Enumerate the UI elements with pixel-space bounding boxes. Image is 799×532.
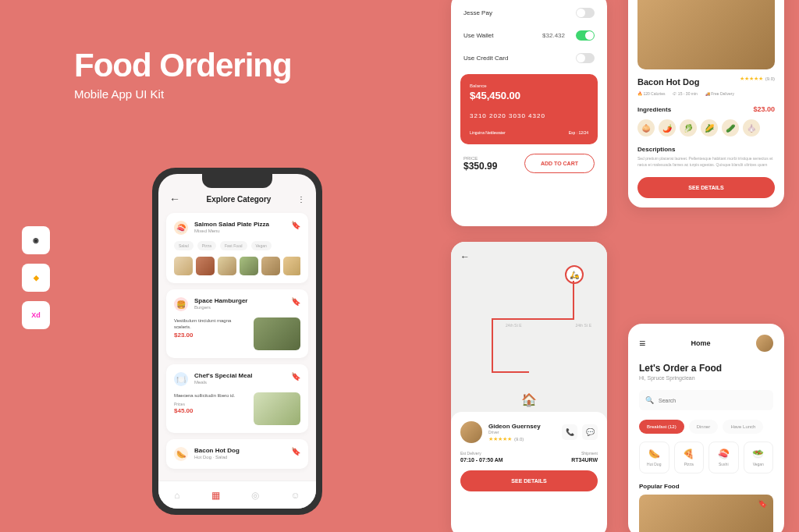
destination-pin-icon[interactable]: 🏠 [521,392,537,407]
food-image [254,317,300,350]
driver-pin-icon[interactable]: 🛵 [565,265,584,284]
filter-pill[interactable]: Have Lunch [723,420,763,434]
user-avatar[interactable] [756,335,773,352]
price-label: Prices [174,402,247,406]
street-label: 24th St E [506,323,522,328]
filter-pill[interactable]: Breakfast (12) [639,420,684,434]
see-details-button[interactable]: SEE DETAILS [460,470,598,491]
screen-title: Explore Category [207,195,272,204]
search-icon: 🔍 [645,396,654,404]
figma-icon: ◉ [22,226,50,254]
card-title: Chef's Special Meal [194,372,252,379]
ingredient-item[interactable]: 🌶️ [659,119,676,137]
hotdog-icon: 🌭 [643,449,666,459]
category-box[interactable]: 🥗Vegan [744,442,774,473]
bookmark-icon[interactable]: 🔖 [291,372,300,381]
food-name: Bacon Hot Dog [637,77,699,87]
tag[interactable]: Salad [174,241,194,250]
filter-pill[interactable]: Dinner [689,420,719,434]
toggle[interactable] [576,30,595,41]
nav-profile-icon[interactable]: ☺ [291,490,300,501]
payment-option-label: Jesse Pay [463,9,492,16]
ingredient-item[interactable]: 🧅 [637,119,655,137]
credit-card[interactable]: Balance $45,450.00 3210 2020 3030 4320 L… [460,74,598,144]
food-thumb[interactable] [218,257,236,275]
ingredient-item[interactable]: 🥒 [722,119,739,137]
card-subtitle: Hot Dog · Salad [194,455,240,459]
card-holder: Linguina Nettlewater [470,130,506,135]
ingredients-price: $23.00 [753,105,775,113]
greeting: Let's Order a Food [639,363,773,374]
card-title: Bacon Hot Dog [194,447,240,454]
toggle[interactable] [576,53,595,63]
ingredient-item[interactable]: 🌽 [701,119,718,137]
ingredient-item[interactable]: 🥬 [680,119,697,137]
chat-icon[interactable]: 💬 [582,424,598,440]
greeting-subtitle: Hi, Spruce Springclean [639,375,773,381]
add-to-cart-button[interactable]: ADD TO CART [524,154,595,173]
food-thumb[interactable] [174,257,193,275]
star-rating-icon: ★★★★★ [488,436,512,442]
category-box[interactable]: 🌭Hot Dog [639,442,669,473]
payment-option-label: Use Credit Card [463,55,508,62]
nav-home-icon[interactable]: ⌂ [174,490,179,501]
see-details-button[interactable]: SEE DETAILS [637,177,775,198]
tag[interactable]: Fast Food [220,241,247,250]
tag[interactable]: Pizza [197,241,216,250]
card-description: Vestibulum tincidunt magna sceleris. [174,317,247,331]
map[interactable]: ← 🛵 🏠 24th St E 24th St E [451,242,607,421]
food-icon: 🌭 [174,447,188,461]
search-field[interactable] [659,398,767,403]
category-box[interactable]: 🍕Pizza [674,442,705,473]
bookmark-icon[interactable]: 🔖 [291,447,300,456]
ingredient-item[interactable]: 🧄 [743,119,760,137]
street-label: 24th St E [575,323,591,328]
balance-label: Balance [470,83,588,88]
pizza-icon: 🍕 [678,449,701,459]
sketch-icon: ◆ [22,264,50,292]
nav-location-icon[interactable]: ◎ [251,490,259,501]
card-expiry: Exp : 12/24 [569,130,588,135]
vegan-icon: 🥗 [748,449,770,459]
card-title: Space Hamburger [194,297,247,304]
driver-name: Gideon Guernsey [488,423,541,430]
popular-food-image[interactable]: 🔖 [639,495,773,532]
search-input[interactable]: 🔍 [639,390,773,410]
food-thumb[interactable] [196,257,215,275]
bookmark-icon[interactable]: 🔖 [758,499,767,508]
sushi-icon: 🍣 [712,449,735,459]
toggle[interactable] [576,8,595,18]
map-screen: ← 🛵 🏠 24th St E 24th St E Gideon Guernse… [451,242,607,532]
bookmark-icon[interactable]: 🔖 [291,297,300,306]
delivery-info: 🚚 Free Delivery [705,91,734,96]
nav-calendar-icon[interactable]: ▦ [211,490,220,501]
back-icon[interactable]: ← [169,193,180,205]
bookmark-icon[interactable]: 🔖 [291,221,300,229]
driver-avatar[interactable] [460,421,482,443]
shipment-value: RT34URW [571,457,598,463]
food-card: 🌭 Bacon Hot Dog Hot Dog · Salad 🔖 [166,439,308,469]
star-rating-icon: ★★★★★ [740,76,763,82]
food-thumb[interactable] [283,257,300,275]
subtitle: Mobile App UI Kit [74,87,292,101]
back-icon[interactable]: ← [460,251,470,262]
category-box[interactable]: 🍣Sushi [708,442,739,473]
ingredients-label: Ingredients [637,106,671,113]
description-label: Descriptions [637,146,775,153]
tag[interactable]: Vegan [251,241,272,250]
popular-food-label: Popular Food [639,483,773,490]
est-delivery-value: 07:10 - 07:50 AM [460,457,503,463]
food-thumb[interactable] [261,257,280,275]
card-subtitle: Burgers [194,305,247,310]
food-card: 🍽️ Chef's Special Meal Meals 🔖 Maecena s… [166,364,308,433]
food-thumb[interactable] [240,257,258,275]
bottom-nav: ⌂ ▦ ◎ ☺ [158,481,316,509]
hamburger-icon[interactable]: ≡ [639,337,645,349]
food-icon: 🍣 [174,221,188,235]
food-card: 🍔 Space Hamburger Burgers 🔖 Vestibulum t… [166,289,308,358]
food-icon: 🍽️ [174,372,188,386]
food-image [254,392,300,425]
menu-icon[interactable]: ⋮ [297,195,305,204]
card-number: 3210 2020 3030 4320 [470,112,588,119]
call-icon[interactable]: 📞 [562,424,577,440]
